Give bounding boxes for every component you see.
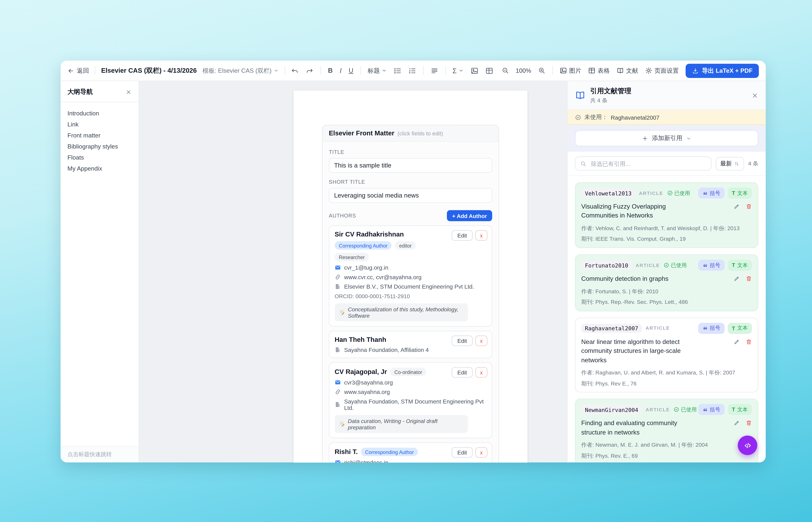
memo-icon <box>339 309 345 316</box>
cite-text-label: 文本 <box>737 325 748 332</box>
edit-button[interactable]: Edit <box>452 447 473 458</box>
add-author-button[interactable]: + Add Author <box>447 210 492 221</box>
citation-used-badge: 已使用 <box>673 406 697 414</box>
short-title-label: SHORT TITLE <box>329 179 492 185</box>
citation-delete-icon[interactable] <box>746 276 752 282</box>
insert-image-icon[interactable] <box>470 66 478 75</box>
citation-used-label: 已使用 <box>681 406 697 414</box>
desktop-background: 返回 Elsevier CAS (双栏) - 4/13/2026 模板: Els… <box>0 0 812 522</box>
citation-delete-icon[interactable] <box>746 203 752 210</box>
cite-bracket-button[interactable]: 括号 <box>698 404 725 415</box>
citation-edit-icon[interactable] <box>734 276 740 282</box>
add-citation-button[interactable]: 添加新引用 <box>575 130 758 146</box>
cite-text-button[interactable]: T文本 <box>728 187 752 199</box>
citation-card[interactable]: Fortunato2010ARTICLE已使用括号T文本Community de… <box>575 255 758 311</box>
citation-edit-icon[interactable] <box>734 339 740 345</box>
sidebar-item-floats[interactable]: Floats <box>67 152 132 163</box>
edit-button[interactable]: Edit <box>452 367 473 378</box>
export-latex-pdf-button[interactable]: 导出 LaTeX + PDF <box>686 63 759 78</box>
chevron-down-icon <box>274 68 279 73</box>
cite-bracket-button[interactable]: 括号 <box>698 260 725 271</box>
remove-button[interactable]: x <box>475 367 488 378</box>
underline-button[interactable]: U <box>349 67 353 74</box>
text-t-icon: T <box>732 407 735 413</box>
citation-edit-icon[interactable] <box>734 203 740 210</box>
citation-type: ARTICLE <box>646 407 670 412</box>
chevron-down-icon <box>381 68 387 73</box>
link-icon <box>335 389 341 395</box>
author-affiliation: Elsevier B.V., STM Document Engineering … <box>344 283 474 290</box>
sidebar-item-my-appendix[interactable]: My Appendix <box>67 163 132 174</box>
italic-button[interactable]: I <box>340 66 342 75</box>
citation-panel-close-icon[interactable] <box>751 92 758 99</box>
code-fab-button[interactable] <box>738 436 757 455</box>
editor-canvas[interactable]: Elsevier Front Matter (click fields to e… <box>139 81 567 462</box>
citation-authors: 作者: Newman, M. E. J. and Girvan, M. | 年份… <box>581 441 752 449</box>
citation-key: Raghavanetal2007 <box>581 324 642 333</box>
images-tool-button[interactable]: 图片 <box>560 66 581 75</box>
citation-card[interactable]: NewmanGirvan2004ARTICLE已使用括号T文本Finding a… <box>575 399 758 462</box>
remove-button[interactable]: x <box>475 230 488 241</box>
check-circle-icon <box>664 262 669 268</box>
insert-table-icon[interactable] <box>485 66 493 75</box>
citation-card[interactable]: Vehlowetal2013ARTICLE已使用括号T文本Visualizing… <box>575 182 758 248</box>
back-arrow-icon <box>67 67 74 74</box>
cite-bracket-button[interactable]: 括号 <box>698 323 725 334</box>
building-icon <box>335 346 341 353</box>
cite-text-button[interactable]: T文本 <box>728 404 752 415</box>
heading-dropdown[interactable]: 标题 <box>368 66 387 75</box>
add-citation-section: 添加新引用 <box>568 125 766 152</box>
zoom-out-icon[interactable] <box>501 67 509 74</box>
zoom-in-icon[interactable] <box>538 67 545 74</box>
cite-bracket-button[interactable]: 括号 <box>698 187 725 199</box>
front-matter-body: TITLE SHORT TITLE AUTHORS + Add Author E… <box>322 142 499 462</box>
citation-search-input[interactable] <box>590 160 706 167</box>
bold-button[interactable]: B <box>328 67 333 74</box>
outline-sidebar: 大纲导航 IntroductionLinkFront matterBibliog… <box>61 81 139 462</box>
citation-journal: 期刊: Phys. Rev. E., 69 <box>581 452 752 460</box>
citation-delete-icon[interactable] <box>746 420 752 426</box>
short-title-input[interactable] <box>329 188 492 203</box>
cite-bracket-label: 括号 <box>710 262 720 269</box>
redo-icon[interactable] <box>306 66 314 75</box>
sidebar-item-front-matter[interactable]: Front matter <box>67 129 132 141</box>
cite-text-label: 文本 <box>737 406 748 414</box>
author-affiliation-line: Elsevier B.V., STM Document Engineering … <box>335 283 487 290</box>
cite-text-button[interactable]: T文本 <box>728 260 752 271</box>
tables-tool-button[interactable]: 表格 <box>588 66 610 75</box>
author-links: www.cvr.cc, cvr@sayahna.org <box>344 274 421 280</box>
remove-button[interactable]: x <box>475 336 488 346</box>
back-button[interactable]: 返回 <box>67 66 89 75</box>
sigma-icon: Σ <box>452 66 457 75</box>
numbered-list-icon[interactable] <box>408 66 416 75</box>
undo-icon[interactable] <box>291 66 299 75</box>
author-card: EditxCV Rajagopal, JrCo-ordinatorcvr3@sa… <box>329 362 492 438</box>
author-link-line: www.cvr.cc, cvr@sayahna.org <box>335 274 487 280</box>
sidebar-item-introduction[interactable]: Introduction <box>67 107 132 119</box>
author-email: cvr_1@tug.org.in <box>344 264 388 271</box>
title-input[interactable] <box>329 158 492 173</box>
bullet-list-icon[interactable] <box>394 66 401 75</box>
sidebar-item-bibliography-styles[interactable]: Bibliography styles <box>67 141 132 152</box>
template-selector[interactable]: 模板: Elsevier CAS (双栏) <box>202 66 279 75</box>
check-circle-icon <box>575 114 581 120</box>
sort-button[interactable]: 最新 <box>715 157 744 170</box>
references-tool-button[interactable]: 文献 <box>617 66 638 75</box>
remove-button[interactable]: x <box>475 447 488 458</box>
outline-close-icon[interactable] <box>125 89 132 95</box>
page-settings-button[interactable]: 页面设置 <box>645 66 679 75</box>
author-email-line: rishi@stmdocs.in <box>335 459 487 462</box>
formula-dropdown[interactable]: Σ <box>452 66 463 75</box>
citation-card[interactable]: Raghavanetal2007ARTICLE括号T文本Near linear … <box>575 318 758 393</box>
citation-delete-icon[interactable] <box>746 339 752 345</box>
cite-text-button[interactable]: T文本 <box>728 323 752 334</box>
citation-search-box[interactable] <box>575 157 711 171</box>
citation-edit-icon[interactable] <box>734 420 740 426</box>
template-label: 模板: Elsevier CAS (双栏) <box>202 66 272 75</box>
edit-button[interactable]: Edit <box>452 336 473 346</box>
sidebar-item-link[interactable]: Link <box>67 119 132 129</box>
align-icon[interactable] <box>430 66 438 75</box>
toolbar: 返回 Elsevier CAS (双栏) - 4/13/2026 模板: Els… <box>61 61 766 81</box>
edit-button[interactable]: Edit <box>452 230 473 241</box>
citation-title: Visualizing Fuzzy Overlapping Communitie… <box>581 202 694 221</box>
